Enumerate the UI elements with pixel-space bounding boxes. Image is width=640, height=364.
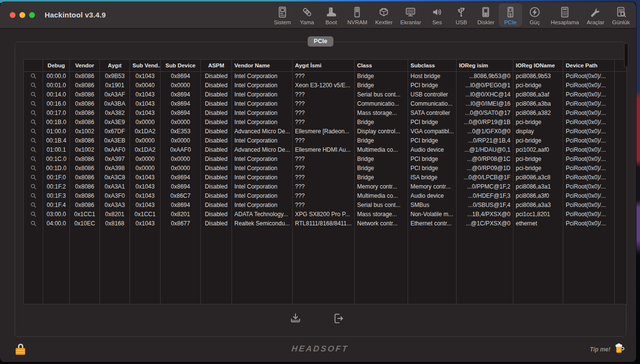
cell[interactable]: Disabled bbox=[201, 99, 231, 109]
cell[interactable]: VGA compatibl... bbox=[408, 127, 456, 136]
cell[interactable]: 0x1901 bbox=[100, 81, 130, 90]
column-header[interactable]: Subclass bbox=[408, 60, 456, 72]
cell[interactable]: 0xE353 bbox=[161, 127, 200, 136]
cell[interactable]: PciRoot(0x0)/... bbox=[563, 81, 614, 90]
cell[interactable]: PciRoot(0x0)/... bbox=[563, 99, 614, 109]
cell[interactable]: 00:1B.4 bbox=[43, 136, 69, 145]
cell[interactable]: ...I0@0/IMEI@16 bbox=[457, 99, 513, 109]
cell[interactable]: pci-bridge bbox=[513, 81, 563, 90]
cell[interactable]: Non-Volatile m... bbox=[408, 210, 456, 219]
cell[interactable]: 0x10EC bbox=[70, 219, 99, 228]
cell[interactable]: ISA bridge bbox=[408, 173, 456, 182]
cell[interactable]: ...0@0/SAT0@17 bbox=[457, 109, 513, 118]
cell[interactable]: Disabled bbox=[201, 136, 231, 145]
toolbar-item-nvram[interactable]: NVRAM bbox=[344, 3, 371, 27]
cell[interactable]: 0x8201 bbox=[161, 210, 200, 219]
cell[interactable]: Disabled bbox=[201, 90, 231, 99]
cell[interactable]: ethernet bbox=[513, 219, 563, 228]
cell[interactable]: 0x8086 bbox=[70, 109, 99, 118]
cell[interactable]: PciRoot(0x0)/... bbox=[563, 182, 614, 191]
cell[interactable]: 0x0000 bbox=[130, 136, 160, 145]
cell[interactable]: 0xA3F0 bbox=[100, 191, 130, 201]
cell[interactable]: Multimedia co... bbox=[355, 191, 408, 201]
cell[interactable]: Bridge bbox=[355, 136, 408, 145]
cell[interactable]: 0x8694 bbox=[161, 173, 200, 182]
inspect-device-button[interactable] bbox=[24, 72, 43, 81]
cell[interactable]: ...I0@0/PEG0@1 bbox=[457, 81, 513, 90]
cell[interactable]: PciRoot(0x0)/... bbox=[563, 164, 614, 173]
cell[interactable]: Memory contr... bbox=[355, 182, 408, 191]
cell[interactable]: Mass storage... bbox=[355, 210, 408, 219]
cell[interactable]: Intel Corporation bbox=[232, 155, 292, 164]
cell[interactable]: 00:1D.0 bbox=[43, 164, 69, 173]
cell[interactable]: pci-bridge bbox=[513, 136, 563, 145]
toolbar-item-gunluk[interactable]: Günlük bbox=[609, 3, 633, 27]
cell[interactable]: display bbox=[513, 127, 563, 136]
cell[interactable]: Audio device bbox=[408, 191, 456, 201]
cell[interactable]: pci-bridge bbox=[513, 164, 563, 173]
cell[interactable]: 0x1DA2 bbox=[130, 127, 160, 136]
cell[interactable]: pci8086,a3c8 bbox=[513, 173, 563, 182]
cell[interactable]: 00:1F.2 bbox=[43, 182, 69, 191]
cell[interactable]: 01:00.1 bbox=[43, 145, 69, 155]
toolbar-item-araclar[interactable]: Araçlar bbox=[583, 3, 607, 27]
cell[interactable]: 0x1002 bbox=[70, 145, 99, 155]
zoom-button[interactable] bbox=[29, 12, 35, 18]
column-header[interactable] bbox=[24, 60, 43, 72]
column-header[interactable]: Debug bbox=[43, 60, 69, 72]
cell[interactable]: Intel Corporation bbox=[232, 72, 292, 81]
inspect-device-button[interactable] bbox=[24, 118, 43, 127]
cell[interactable]: pci8086,a382 bbox=[513, 109, 563, 118]
cell[interactable]: Ellesmere [Radeon... bbox=[293, 127, 354, 136]
cell[interactable]: 00:17.0 bbox=[43, 109, 69, 118]
cell[interactable]: pci8086,a3f0 bbox=[513, 191, 563, 201]
cell[interactable]: 0x86C7 bbox=[161, 191, 200, 201]
cell[interactable]: Display control... bbox=[355, 127, 408, 136]
cell[interactable]: 0x1CC1 bbox=[130, 210, 160, 219]
cell[interactable]: PciRoot(0x0)/... bbox=[563, 90, 614, 99]
cell[interactable]: pci8086,a3a1 bbox=[513, 182, 563, 191]
cell[interactable]: PciRoot(0x0)/... bbox=[563, 118, 614, 127]
cell[interactable]: 0xAAF0 bbox=[100, 145, 130, 155]
cell[interactable]: PCI bridge bbox=[408, 81, 456, 90]
cell[interactable]: 0xA398 bbox=[100, 164, 130, 173]
toolbar-item-hesaplama[interactable]: Hesaplama bbox=[547, 3, 582, 27]
cell[interactable]: PciRoot(0x0)/... bbox=[563, 219, 614, 228]
cell[interactable]: Bridge bbox=[355, 173, 408, 182]
inspect-device-button[interactable] bbox=[24, 127, 43, 136]
cell[interactable]: 00:1F.0 bbox=[43, 173, 69, 182]
cell[interactable]: 0x8694 bbox=[161, 90, 200, 99]
cell[interactable]: ...I0@0/XHC@14 bbox=[457, 90, 513, 99]
cell[interactable]: PciRoot(0x0)/... bbox=[563, 155, 614, 164]
toolbar-item-yama[interactable]: Yama bbox=[295, 3, 319, 27]
cell[interactable]: Advanced Micro De... bbox=[232, 145, 292, 155]
cell[interactable]: Intel Corporation bbox=[232, 201, 292, 210]
cell[interactable]: 0x8677 bbox=[161, 219, 200, 228]
cell[interactable]: 0x0000 bbox=[130, 164, 160, 173]
cell[interactable]: PciRoot(0x0)/... bbox=[563, 210, 614, 219]
cell[interactable]: 0x8086 bbox=[70, 72, 99, 81]
cell[interactable]: Ellesmere HDMI Au... bbox=[293, 145, 354, 155]
cell[interactable]: 00:14.0 bbox=[43, 90, 69, 99]
cell[interactable]: 0x0000 bbox=[130, 118, 160, 127]
cell[interactable]: ...0/PPMC@1F,2 bbox=[457, 182, 513, 191]
cell[interactable]: ??? bbox=[293, 173, 354, 182]
inspect-device-button[interactable] bbox=[24, 210, 43, 219]
cell[interactable]: Realtek Semicondu... bbox=[232, 219, 292, 228]
cell[interactable]: Disabled bbox=[201, 145, 231, 155]
column-header[interactable]: Device Path bbox=[563, 60, 614, 72]
column-header[interactable]: Aygıt bbox=[100, 60, 130, 72]
cell[interactable]: Communicatio... bbox=[408, 99, 456, 109]
cell[interactable]: Disabled bbox=[201, 155, 231, 164]
cell[interactable]: ??? bbox=[293, 118, 354, 127]
cell[interactable]: 0x1043 bbox=[130, 72, 160, 81]
cell[interactable]: Intel Corporation bbox=[232, 109, 292, 118]
cell[interactable]: PCI bridge bbox=[408, 155, 456, 164]
cell[interactable]: ADATA Technology... bbox=[232, 210, 292, 219]
cell[interactable]: pci8086,9b53 bbox=[513, 72, 563, 81]
column-header[interactable]: ASPM bbox=[201, 60, 231, 72]
inspect-device-button[interactable] bbox=[24, 90, 43, 99]
cell[interactable]: PciRoot(0x0)/... bbox=[563, 127, 614, 136]
cell[interactable]: ...0@0/LPCB@1F bbox=[457, 173, 513, 182]
toolbar-item-sistem[interactable]: Sistem bbox=[271, 3, 295, 27]
